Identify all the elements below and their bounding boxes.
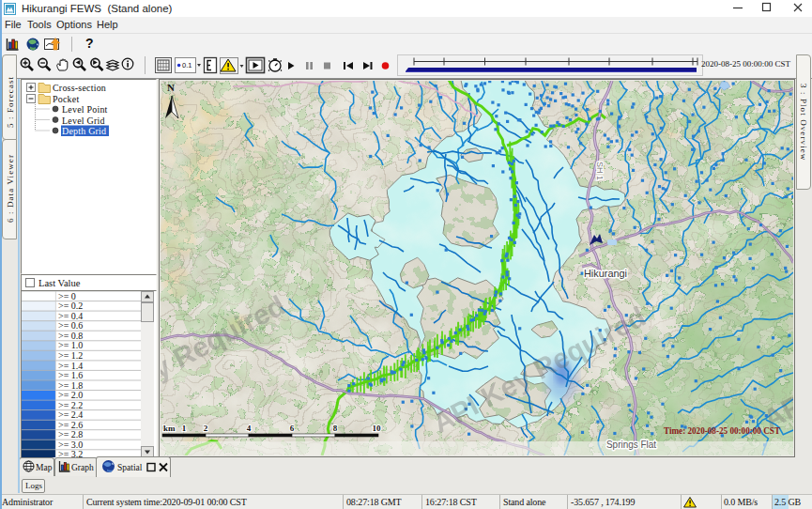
svg-text:Cross-section: Cross-section xyxy=(53,83,106,93)
svg-text:N: N xyxy=(167,82,175,93)
svg-text:4: 4 xyxy=(247,424,252,433)
svg-text:>= 2.6: >= 2.6 xyxy=(58,420,83,430)
svg-text:Time: 2020-08-25 00:00:00 CST: Time: 2020-08-25 00:00:00 CST xyxy=(664,425,780,436)
svg-text:>= 1.2: >= 1.2 xyxy=(58,350,83,361)
svg-text:6: 6 xyxy=(290,424,295,433)
svg-text:>= 1.4: >= 1.4 xyxy=(58,361,83,371)
svg-text:Depth Grid: Depth Grid xyxy=(62,126,106,136)
svg-text:km: km xyxy=(163,424,176,433)
svg-text:>= 0.6: >= 0.6 xyxy=(58,320,83,331)
svg-text:>= 2.8: >= 2.8 xyxy=(58,429,83,440)
svg-text:>= 2.2: >= 2.2 xyxy=(58,400,83,410)
svg-text:SH 1: SH 1 xyxy=(595,162,605,180)
svg-text:>= 2.0: >= 2.0 xyxy=(58,390,83,400)
svg-text:Springs Flat: Springs Flat xyxy=(606,439,656,450)
svg-text:2020-08-25 00:00:00 CST: 2020-08-25 00:00:00 CST xyxy=(701,59,791,69)
svg-text:>= 0.8: >= 0.8 xyxy=(58,331,83,341)
svg-text:Level Point: Level Point xyxy=(62,104,108,115)
svg-text:>= 3.0: >= 3.0 xyxy=(58,440,83,450)
svg-text:>= 1.6: >= 1.6 xyxy=(58,370,83,380)
svg-text:0.1: 0.1 xyxy=(182,61,192,69)
svg-text:Pocket: Pocket xyxy=(53,94,79,104)
svg-text:8: 8 xyxy=(333,424,338,433)
svg-text:1: 1 xyxy=(182,424,187,433)
svg-text:2: 2 xyxy=(204,424,208,433)
svg-text:Last Value: Last Value xyxy=(38,278,81,288)
svg-text:10: 10 xyxy=(373,424,382,433)
svg-text:>= 0: >= 0 xyxy=(58,291,76,301)
svg-text:>= 0.2: >= 0.2 xyxy=(58,301,83,311)
svg-text:>= 1.0: >= 1.0 xyxy=(58,340,83,350)
svg-text:Hikurangi: Hikurangi xyxy=(584,268,627,279)
svg-text:>= 1.8: >= 1.8 xyxy=(58,380,83,391)
svg-text:Level Grid: Level Grid xyxy=(62,116,105,126)
svg-text:>= 2.4: >= 2.4 xyxy=(58,409,83,420)
svg-text:>= 0.4: >= 0.4 xyxy=(58,311,83,321)
